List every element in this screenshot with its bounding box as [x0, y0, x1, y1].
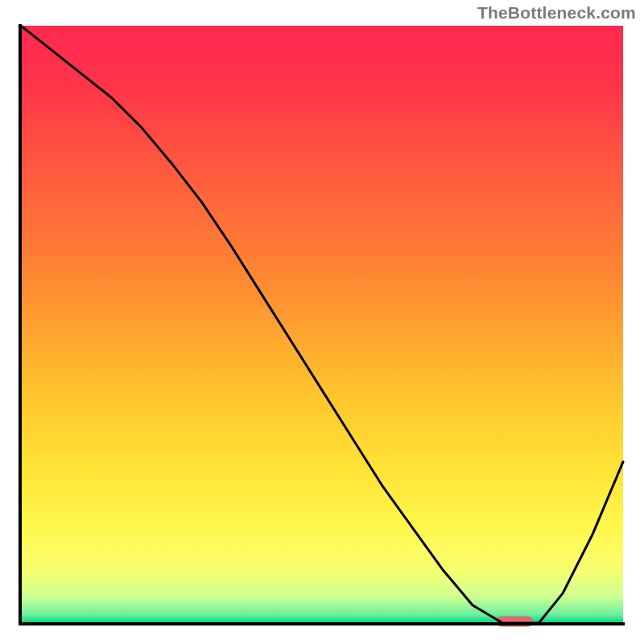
chart-container: { "watermark": "TheBottleneck.com", "cha…: [0, 0, 644, 644]
plot-background: [21, 26, 623, 623]
bottleneck-chart: [0, 0, 644, 644]
